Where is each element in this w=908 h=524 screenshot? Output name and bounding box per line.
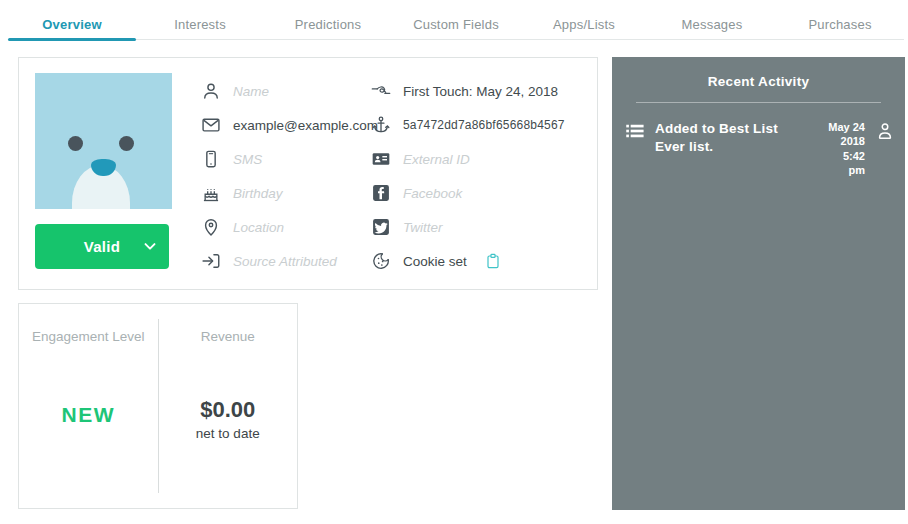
chevron-down-icon [141,237,159,255]
engagement-level-label: Engagement Level [32,328,145,347]
field-twitter-value: Twitter [403,220,443,235]
avatar-eye-left [68,136,83,151]
avatar [35,73,172,209]
field-facebook[interactable]: Facebook [371,176,596,210]
contact-fields: Name example@example.com SMS [201,74,596,278]
person-icon [875,121,895,141]
field-facebook-value: Facebook [403,186,462,201]
mobile-phone-icon [201,149,221,169]
tab-bar: Overview Interests Predictions Custom Fi… [8,12,904,40]
sign-in-arrow-icon [201,251,221,271]
field-source-attributed[interactable]: Source Attributed [201,244,369,278]
field-email-value: example@example.com [233,118,378,133]
field-location-value: Location [233,220,284,235]
anchor-icon [371,115,391,135]
field-cookie: Cookie set [371,244,596,278]
field-cookie-value: Cookie set [403,254,467,269]
tab-interests[interactable]: Interests [136,12,264,39]
tab-overview[interactable]: Overview [8,12,136,39]
field-sms-value: SMS [233,152,262,167]
status-label: Valid [84,238,121,255]
list-icon [625,121,645,141]
field-anchor-id-value: 5a7472dd7a86bf65668b4567 [403,118,565,132]
profile-page: Overview Interests Predictions Custom Fi… [0,0,908,524]
handshake-icon [371,81,391,101]
field-external-id[interactable]: External ID [371,142,596,176]
field-birthday-value: Birthday [233,186,283,201]
field-twitter[interactable]: Twitter [371,210,596,244]
person-icon [201,81,221,101]
recent-activity-panel: Recent Activity Added to Best List Ever … [612,57,905,510]
field-location[interactable]: Location [201,210,369,244]
contact-details-card: Valid Name example@example.com [18,57,598,290]
twitter-icon [371,217,391,237]
tab-predictions[interactable]: Predictions [264,12,392,39]
field-name[interactable]: Name [201,74,369,108]
revenue-section: Revenue $0.00 net to date [159,304,298,508]
status-valid-button[interactable]: Valid [35,224,169,269]
birthday-cake-icon [201,183,221,203]
facebook-icon [371,183,391,203]
field-source-value: Source Attributed [233,254,337,269]
tab-messages[interactable]: Messages [648,12,776,39]
field-external-id-value: External ID [403,152,470,167]
field-first-touch: First Touch: May 24, 2018 [371,74,596,108]
revenue-label: Revenue [201,328,255,347]
tab-purchases[interactable]: Purchases [776,12,904,39]
recent-activity-title: Recent Activity [612,57,905,89]
revenue-value: $0.00 [200,397,255,423]
avatar-eye-right [119,136,134,151]
field-sms[interactable]: SMS [201,142,369,176]
clipboard-icon[interactable] [485,253,501,269]
envelope-icon [201,115,221,135]
tab-custom-fields[interactable]: Custom Fields [392,12,520,39]
engagement-level-value: NEW [62,403,116,427]
cookie-icon [371,251,391,271]
revenue-subtext: net to date [196,426,260,441]
activity-item-timestamp: May 24 2018 5:42 pm [818,120,865,177]
activity-item[interactable]: Added to Best List Ever list. May 24 201… [612,103,905,177]
field-name-value: Name [233,84,269,99]
field-email[interactable]: example@example.com [201,108,369,142]
activity-item-text: Added to Best List Ever list. [655,120,808,156]
id-card-icon [371,149,391,169]
engagement-level-section: Engagement Level NEW [19,304,158,508]
field-anchor-id: 5a7472dd7a86bf65668b4567 [371,108,596,142]
location-pin-icon [201,217,221,237]
stats-card: Engagement Level NEW Revenue $0.00 net t… [18,303,298,509]
tab-apps-lists[interactable]: Apps/Lists [520,12,648,39]
field-birthday[interactable]: Birthday [201,176,369,210]
field-first-touch-value: First Touch: May 24, 2018 [403,84,558,99]
